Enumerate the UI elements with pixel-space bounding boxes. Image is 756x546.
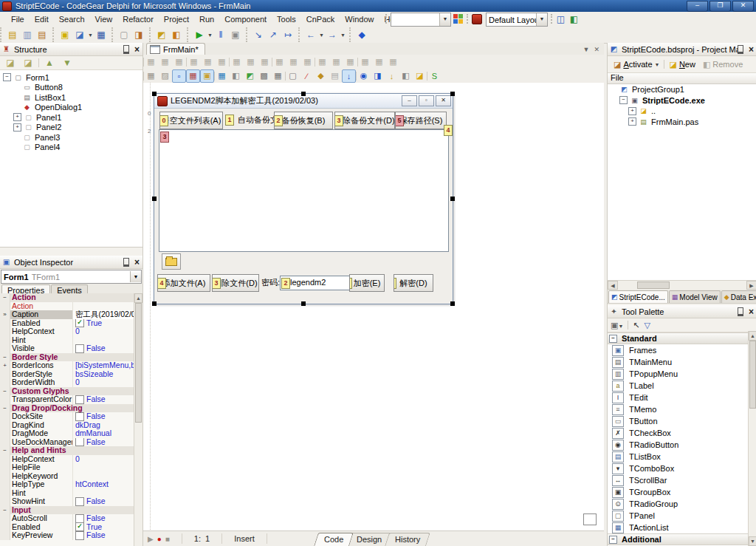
property-row[interactable]: AutoScrollFalse — [0, 514, 134, 523]
structure-tree-item[interactable]: ▤ListBox1 — [0, 92, 142, 103]
palette-icon[interactable]: ◩ — [243, 69, 257, 83]
property-value[interactable]: False — [73, 438, 134, 447]
structure-tree-item[interactable]: ◆OpenDialog1 — [0, 103, 142, 113]
close-icon[interactable]: × — [134, 46, 140, 53]
align-h-centers-icon[interactable]: ▦ — [158, 55, 172, 69]
resize-handle[interactable] — [301, 301, 306, 306]
palette-item-tbutton[interactable]: ▭TButton — [608, 415, 756, 427]
open-folder2-icon[interactable]: ◪ — [413, 69, 427, 83]
property-value[interactable]: False — [73, 497, 134, 506]
form-close-button[interactable]: ✕ — [436, 95, 451, 106]
expand-node-icon[interactable]: ◪ — [21, 55, 35, 70]
remove-from-project-icon[interactable]: ◧ — [169, 27, 184, 42]
palette-item-tpanel[interactable]: ▢TPanel — [608, 510, 756, 522]
property-value[interactable]: dmManual — [73, 429, 134, 438]
palette-item-tradiogroup[interactable]: ⊙TRadioGroup — [608, 498, 756, 510]
menu-project[interactable]: Project — [159, 13, 194, 25]
menu-window[interactable]: Window — [340, 13, 379, 25]
close-button[interactable]: ✕ — [732, 1, 754, 12]
disabled-tool-icon[interactable]: ▤ — [328, 69, 342, 83]
forward-icon[interactable]: → — [325, 27, 340, 42]
cursor-icon[interactable]: ↖ — [633, 321, 639, 330]
structure-tree-item[interactable]: ▭Button8 — [0, 83, 142, 93]
pages-icon[interactable]: ◧ — [399, 69, 413, 83]
insert-table-icon[interactable]: ▦ — [215, 69, 229, 83]
add-to-project-icon[interactable]: ◩ — [154, 27, 169, 42]
make-same-size-icon[interactable]: ▦ — [315, 55, 329, 69]
chevron-down-icon[interactable]: ▼ — [207, 33, 213, 38]
palette-item-tedit[interactable]: ITEdit — [608, 392, 756, 403]
activate-button[interactable]: ◪ Activate ▼ — [611, 59, 662, 70]
inspector-scrollbar[interactable]: ▲ ▼ — [134, 293, 142, 546]
space-equal-v-icon[interactable]: ▦ — [244, 55, 258, 69]
palette-scrollbar[interactable]: ▲ ▼ — [748, 331, 756, 546]
open-folder-icon[interactable]: ◨ — [131, 27, 146, 42]
bring-to-front-icon[interactable]: ▦ — [343, 55, 357, 69]
property-row[interactable]: UseDockManagerFalse — [0, 438, 134, 447]
structure-tree-item[interactable]: +▢Panel1 — [0, 112, 142, 123]
magic-wand-icon[interactable]: ◆ — [314, 69, 328, 83]
dock-tab-striptecode[interactable]: ◩StriptECode... — [608, 290, 668, 303]
property-row[interactable]: HelpFile — [0, 463, 134, 472]
palette-item-tactionlist[interactable]: ▦TActionList — [608, 522, 756, 533]
resize-handle[interactable] — [301, 92, 306, 96]
program-reset-icon[interactable]: ▣ — [228, 27, 243, 42]
property-value[interactable]: False — [73, 412, 134, 421]
tab-frmmain[interactable]: FrmMain* — [146, 43, 205, 55]
form-minimize-button[interactable]: – — [402, 95, 417, 106]
property-row[interactable]: BorderStylebsSizeable — [0, 370, 134, 379]
collapse-icon[interactable]: − — [609, 536, 617, 544]
pin-icon[interactable] — [738, 307, 743, 316]
menu-tools[interactable]: Tools — [272, 13, 301, 25]
align-lefts-icon[interactable]: ▦ — [144, 55, 158, 69]
maximize-button[interactable]: ❐ — [709, 1, 731, 12]
property-row[interactable]: »Caption密工具(2019/02/03)… — [0, 310, 134, 319]
chevron-down-icon[interactable]: ▼ — [130, 271, 141, 282]
make-same-width-icon[interactable]: ▦ — [286, 55, 300, 69]
property-value[interactable] — [73, 489, 134, 498]
property-value[interactable]: False — [73, 514, 134, 523]
file-column-header[interactable]: File — [608, 73, 756, 84]
property-category[interactable]: −Drag Drop/Docking — [0, 404, 134, 413]
collapse-icon[interactable]: − — [0, 446, 10, 455]
palette-item-tradiobutton[interactable]: ◉TRadioButton — [608, 439, 756, 451]
scale-icon[interactable]: ▦ — [386, 55, 400, 69]
space-equal-h-icon[interactable]: ▦ — [230, 55, 244, 69]
menu-cnpack[interactable]: CnPack — [301, 13, 340, 25]
checkbox-unchecked-icon[interactable] — [75, 531, 84, 540]
make-same-height-icon[interactable]: ▦ — [300, 55, 315, 69]
new-items-icon[interactable]: ▣ — [58, 27, 72, 42]
file-listbox[interactable]: 3 — [159, 129, 449, 252]
property-value[interactable]: ✓True — [73, 319, 134, 328]
structure-tree-item[interactable]: −▢Form1 — [0, 72, 142, 83]
expand-icon[interactable]: + — [628, 107, 636, 115]
close-file-icon[interactable]: ▢ — [117, 27, 131, 42]
pause-icon[interactable]: ‖ — [213, 27, 228, 42]
property-value[interactable]: [biSystemMenu,biMinimize,b — [73, 361, 134, 370]
decrypt-button[interactable]: 解密(D) 0 — [394, 274, 433, 292]
menu-component[interactable]: Component — [219, 13, 272, 25]
property-value[interactable]: bsSizeable — [73, 370, 134, 379]
project-tree-item[interactable]: ◩ProjectGroup1 — [608, 84, 756, 95]
structure-tree-item[interactable]: ▢Panel3 — [0, 132, 142, 143]
property-row[interactable]: HelpContext0 — [0, 327, 134, 336]
expand-icon[interactable]: + — [0, 361, 10, 370]
windows-colors-icon[interactable] — [453, 14, 463, 24]
close-tab-icon[interactable]: ✕ — [594, 46, 599, 53]
search-combo[interactable]: ▼ — [391, 13, 451, 27]
structure-tree-item[interactable]: ▢Panel4 — [0, 143, 142, 153]
center-h-window-icon[interactable]: ▦ — [258, 55, 272, 69]
resize-handle[interactable] — [152, 92, 157, 96]
back-icon[interactable]: ← — [303, 27, 318, 42]
save-all-icon[interactable]: ▦ — [94, 27, 109, 42]
add-file-button[interactable]: 添加文件(A) 4 — [157, 274, 210, 292]
expand-icon[interactable]: + — [13, 123, 21, 132]
property-row[interactable]: KeyPreviewFalse — [0, 531, 134, 540]
save-desktop-icon[interactable]: ◫ — [555, 13, 566, 24]
step-over-icon[interactable]: ↗ — [266, 27, 281, 42]
property-category[interactable]: −Border Style — [0, 353, 134, 362]
expand-icon[interactable]: + — [13, 113, 21, 121]
structure-tree-item[interactable]: +▢Panel2 — [0, 123, 142, 133]
expand-icon[interactable]: + — [628, 117, 636, 126]
dock-tab-modelview[interactable]: ▦Model View — [669, 290, 721, 303]
